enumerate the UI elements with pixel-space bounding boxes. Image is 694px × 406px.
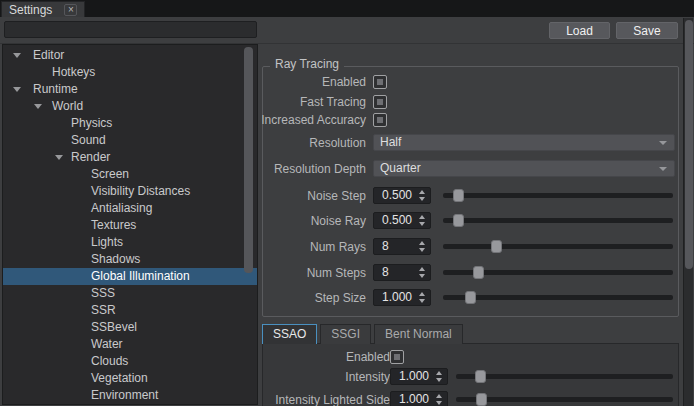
tree-item-sound[interactable]: Sound bbox=[3, 132, 257, 149]
settings-tree: Editor Hotkeys Runtime World Physics Sou… bbox=[2, 44, 258, 405]
tree-item-ssbevel[interactable]: SSBevel bbox=[3, 319, 257, 336]
noise-ray-spinbox[interactable]: 0.500 bbox=[373, 212, 431, 229]
increased-accuracy-checkbox[interactable] bbox=[373, 113, 387, 127]
ray-tracing-group-title: Ray Tracing bbox=[270, 57, 344, 71]
tree-item-lights[interactable]: Lights bbox=[3, 234, 257, 251]
num-rays-slider[interactable] bbox=[443, 238, 673, 255]
settings-window: Settings × Load Save Editor Hotkeys Runt… bbox=[0, 0, 694, 406]
intensity-slider[interactable] bbox=[456, 368, 673, 385]
slider-thumb[interactable] bbox=[475, 370, 486, 383]
chevron-down-icon bbox=[659, 167, 667, 171]
tree-item-hotkeys[interactable]: Hotkeys bbox=[3, 64, 257, 81]
field-label: Fast Tracing bbox=[300, 93, 366, 111]
tree-item-world[interactable]: World bbox=[3, 98, 257, 115]
ssao-enabled-row: Enabled bbox=[262, 348, 683, 366]
field-label: Noise Step bbox=[307, 187, 366, 205]
slider-thumb[interactable] bbox=[453, 214, 464, 227]
tab-settings[interactable]: Settings × bbox=[1, 1, 85, 17]
effects-tabs: SSAO SSGI Bent Normal bbox=[262, 324, 466, 344]
tree-item-water[interactable]: Water bbox=[3, 336, 257, 353]
document-tabbar: Settings × bbox=[0, 0, 694, 17]
step-size-slider[interactable] bbox=[443, 289, 673, 306]
field-label: Resolution bbox=[309, 134, 366, 152]
tree-item-global-illumination[interactable]: Global Illumination bbox=[3, 268, 257, 285]
field-label: Intensity bbox=[345, 368, 390, 386]
expander-arrow-icon[interactable] bbox=[13, 53, 21, 58]
tree-item-editor[interactable]: Editor bbox=[3, 47, 257, 64]
spinner-arrows-icon[interactable] bbox=[433, 369, 445, 384]
expander-arrow-icon[interactable] bbox=[13, 87, 21, 92]
tree-item-textures[interactable]: Textures bbox=[3, 217, 257, 234]
field-label: Resolution Depth bbox=[274, 160, 366, 178]
tab-settings-label: Settings bbox=[9, 3, 52, 17]
tab-bent-normal[interactable]: Bent Normal bbox=[374, 324, 463, 344]
field-label: Enabled bbox=[322, 73, 366, 91]
resolution-dropdown[interactable]: Half bbox=[373, 134, 675, 151]
num-rays-spinbox[interactable]: 8 bbox=[373, 238, 431, 255]
enabled-row: Enabled bbox=[262, 73, 683, 91]
num-rays-row: Num Rays 8 bbox=[262, 238, 683, 256]
field-label: Step Size bbox=[315, 289, 366, 307]
increased-accuracy-row: Increased Accuracy bbox=[262, 111, 683, 129]
spinner-arrows-icon[interactable] bbox=[416, 290, 428, 305]
tree-item-visibility-distances[interactable]: Visibility Distances bbox=[3, 183, 257, 200]
field-label: Num Rays bbox=[310, 238, 366, 256]
noise-ray-row: Noise Ray 0.500 bbox=[262, 212, 683, 230]
tree-item-vegetation[interactable]: Vegetation bbox=[3, 370, 257, 387]
settings-filter-input[interactable] bbox=[4, 21, 257, 38]
tree-item-screen[interactable]: Screen bbox=[3, 166, 257, 183]
intensity-spinbox[interactable]: 1.000 bbox=[390, 368, 448, 385]
tree-item-sss[interactable]: SSS bbox=[3, 285, 257, 302]
field-label: Intensity Lighted Side bbox=[275, 391, 390, 406]
intensity-lighted-side-slider[interactable] bbox=[456, 391, 673, 406]
expander-arrow-icon[interactable] bbox=[55, 155, 63, 160]
spinner-arrows-icon[interactable] bbox=[416, 239, 428, 254]
step-size-row: Step Size 1.000 bbox=[262, 289, 683, 307]
noise-ray-slider[interactable] bbox=[443, 212, 673, 229]
enabled-checkbox[interactable] bbox=[373, 75, 387, 89]
noise-step-slider[interactable] bbox=[443, 187, 673, 204]
noise-step-row: Noise Step 0.500 bbox=[262, 187, 683, 205]
content-scrollbar[interactable] bbox=[683, 18, 693, 406]
tree-item-render[interactable]: Render bbox=[3, 149, 257, 166]
close-icon[interactable]: × bbox=[64, 4, 77, 16]
slider-thumb[interactable] bbox=[465, 291, 476, 304]
slider-thumb[interactable] bbox=[491, 240, 502, 253]
settings-content: Ray Tracing Enabled Fast Tracing Increas… bbox=[262, 44, 683, 406]
tree-item-runtime[interactable]: Runtime bbox=[3, 81, 257, 98]
num-steps-spinbox[interactable]: 8 bbox=[373, 264, 431, 281]
fast-tracing-row: Fast Tracing bbox=[262, 93, 683, 111]
fast-tracing-checkbox[interactable] bbox=[373, 95, 387, 109]
tab-ssao[interactable]: SSAO bbox=[262, 324, 317, 344]
tree-scrollbar[interactable] bbox=[244, 47, 253, 273]
tree-item-environment[interactable]: Environment bbox=[3, 387, 257, 404]
tree-item-antialiasing[interactable]: Antialiasing bbox=[3, 200, 257, 217]
slider-thumb[interactable] bbox=[476, 393, 487, 406]
intensity-lighted-side-spinbox[interactable]: 1.000 bbox=[390, 391, 448, 406]
tree-item-ssr[interactable]: SSR bbox=[3, 302, 257, 319]
tab-ssgi[interactable]: SSGI bbox=[320, 324, 371, 344]
chevron-down-icon bbox=[659, 141, 667, 145]
ssao-enabled-checkbox[interactable] bbox=[390, 350, 404, 364]
save-button[interactable]: Save bbox=[616, 22, 678, 39]
field-label: Enabled bbox=[346, 348, 390, 366]
intensity-row: Intensity 1.000 bbox=[262, 368, 683, 386]
spinner-arrows-icon[interactable] bbox=[416, 188, 428, 203]
spinner-arrows-icon[interactable] bbox=[433, 392, 445, 406]
resolution-depth-dropdown[interactable]: Quarter bbox=[373, 160, 675, 177]
toolbar: Load Save bbox=[0, 17, 694, 44]
scrollbar-thumb[interactable] bbox=[685, 20, 693, 269]
slider-thumb[interactable] bbox=[473, 266, 484, 279]
noise-step-spinbox[interactable]: 0.500 bbox=[373, 187, 431, 204]
spinner-arrows-icon[interactable] bbox=[416, 265, 428, 280]
tree-item-physics[interactable]: Physics bbox=[3, 115, 257, 132]
slider-thumb[interactable] bbox=[453, 189, 464, 202]
tree-item-shadows[interactable]: Shadows bbox=[3, 251, 257, 268]
num-steps-slider[interactable] bbox=[443, 264, 673, 281]
resolution-depth-row: Resolution Depth Quarter bbox=[262, 160, 683, 178]
spinner-arrows-icon[interactable] bbox=[416, 213, 428, 228]
load-button[interactable]: Load bbox=[549, 22, 610, 39]
step-size-spinbox[interactable]: 1.000 bbox=[373, 289, 431, 306]
tree-item-clouds[interactable]: Clouds bbox=[3, 353, 257, 370]
expander-arrow-icon[interactable] bbox=[34, 104, 42, 109]
